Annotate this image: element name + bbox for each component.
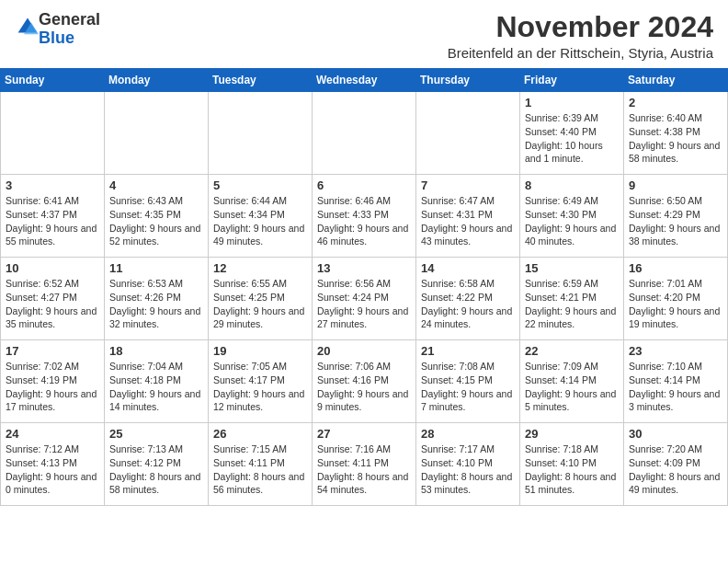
logo-general: General [39, 10, 100, 29]
day-number: 15 [525, 261, 619, 275]
calendar-cell: 20Sunrise: 7:06 AM Sunset: 4:16 PM Dayli… [313, 340, 416, 423]
calendar-cell: 2Sunrise: 6:40 AM Sunset: 4:38 PM Daylig… [624, 92, 728, 175]
day-info: Sunrise: 6:39 AM Sunset: 4:40 PM Dayligh… [525, 111, 619, 166]
day-number: 24 [6, 427, 99, 441]
day-info: Sunrise: 7:15 AM Sunset: 4:11 PM Dayligh… [213, 442, 307, 497]
day-info: Sunrise: 7:01 AM Sunset: 4:20 PM Dayligh… [629, 277, 722, 331]
day-number: 29 [525, 427, 619, 441]
weekday-header-sunday: Sunday [1, 69, 105, 92]
calendar-cell: 3Sunrise: 6:41 AM Sunset: 4:37 PM Daylig… [1, 175, 105, 258]
calendar-cell: 5Sunrise: 6:44 AM Sunset: 4:34 PM Daylig… [209, 175, 313, 258]
calendar-cell: 11Sunrise: 6:53 AM Sunset: 4:26 PM Dayli… [105, 258, 209, 340]
calendar-cell: 30Sunrise: 7:20 AM Sunset: 4:09 PM Dayli… [624, 423, 728, 506]
title-block: November 2024 Breitenfeld an der Rittsch… [448, 11, 713, 61]
day-number: 23 [629, 344, 722, 358]
day-info: Sunrise: 6:40 AM Sunset: 4:38 PM Dayligh… [629, 111, 722, 166]
calendar-cell: 24Sunrise: 7:12 AM Sunset: 4:13 PM Dayli… [1, 423, 105, 506]
calendar-cell: 12Sunrise: 6:55 AM Sunset: 4:25 PM Dayli… [209, 258, 313, 340]
day-info: Sunrise: 6:53 AM Sunset: 4:26 PM Dayligh… [109, 277, 203, 331]
calendar-cell: 29Sunrise: 7:18 AM Sunset: 4:10 PM Dayli… [520, 423, 624, 506]
calendar-cell: 19Sunrise: 7:05 AM Sunset: 4:17 PM Dayli… [209, 340, 313, 423]
day-info: Sunrise: 7:17 AM Sunset: 4:10 PM Dayligh… [421, 442, 515, 497]
day-number: 4 [109, 178, 203, 192]
day-info: Sunrise: 6:49 AM Sunset: 4:30 PM Dayligh… [525, 194, 619, 248]
day-info: Sunrise: 6:43 AM Sunset: 4:35 PM Dayligh… [109, 194, 203, 248]
calendar-cell: 21Sunrise: 7:08 AM Sunset: 4:15 PM Dayli… [416, 340, 520, 423]
weekday-header-saturday: Saturday [624, 69, 728, 92]
logo-blue: Blue [39, 29, 74, 47]
page-header: General Blue November 2024 Breitenfeld a… [0, 0, 728, 68]
calendar-cell: 4Sunrise: 6:43 AM Sunset: 4:35 PM Daylig… [105, 175, 209, 258]
calendar-cell: 23Sunrise: 7:10 AM Sunset: 4:14 PM Dayli… [624, 340, 728, 423]
calendar-table: SundayMondayTuesdayWednesdayThursdayFrid… [0, 68, 728, 506]
day-number: 28 [421, 427, 515, 441]
day-number: 26 [213, 427, 307, 441]
weekday-header-tuesday: Tuesday [209, 69, 313, 92]
week-row-2: 3Sunrise: 6:41 AM Sunset: 4:37 PM Daylig… [1, 175, 728, 258]
calendar-cell: 14Sunrise: 6:58 AM Sunset: 4:22 PM Dayli… [416, 258, 520, 340]
calendar-cell [105, 92, 209, 175]
day-number: 14 [421, 261, 515, 275]
calendar-cell: 1Sunrise: 6:39 AM Sunset: 4:40 PM Daylig… [520, 92, 624, 175]
week-row-5: 24Sunrise: 7:12 AM Sunset: 4:13 PM Dayli… [1, 423, 728, 506]
calendar-cell: 27Sunrise: 7:16 AM Sunset: 4:11 PM Dayli… [313, 423, 416, 506]
calendar-cell [209, 92, 313, 175]
logo: General Blue [15, 11, 100, 48]
day-info: Sunrise: 6:44 AM Sunset: 4:34 PM Dayligh… [213, 194, 307, 248]
calendar-cell: 25Sunrise: 7:13 AM Sunset: 4:12 PM Dayli… [105, 423, 209, 506]
week-row-1: 1Sunrise: 6:39 AM Sunset: 4:40 PM Daylig… [1, 92, 728, 175]
day-info: Sunrise: 6:58 AM Sunset: 4:22 PM Dayligh… [421, 277, 515, 331]
day-info: Sunrise: 6:46 AM Sunset: 4:33 PM Dayligh… [317, 194, 411, 248]
calendar-cell: 17Sunrise: 7:02 AM Sunset: 4:19 PM Dayli… [1, 340, 105, 423]
day-number: 8 [525, 178, 619, 192]
day-info: Sunrise: 7:16 AM Sunset: 4:11 PM Dayligh… [317, 442, 411, 497]
calendar-cell: 10Sunrise: 6:52 AM Sunset: 4:27 PM Dayli… [1, 258, 105, 340]
day-number: 5 [213, 178, 307, 192]
day-info: Sunrise: 6:55 AM Sunset: 4:25 PM Dayligh… [213, 277, 307, 331]
day-number: 2 [629, 96, 722, 109]
location: Breitenfeld an der Rittschein, Styria, A… [448, 45, 713, 61]
day-info: Sunrise: 7:09 AM Sunset: 4:14 PM Dayligh… [525, 360, 619, 414]
day-number: 17 [6, 344, 99, 358]
calendar-cell: 26Sunrise: 7:15 AM Sunset: 4:11 PM Dayli… [209, 423, 313, 506]
day-info: Sunrise: 7:18 AM Sunset: 4:10 PM Dayligh… [525, 442, 619, 497]
calendar-cell: 16Sunrise: 7:01 AM Sunset: 4:20 PM Dayli… [624, 258, 728, 340]
calendar-cell: 7Sunrise: 6:47 AM Sunset: 4:31 PM Daylig… [416, 175, 520, 258]
weekday-header-wednesday: Wednesday [313, 69, 416, 92]
day-number: 22 [525, 344, 619, 358]
day-number: 21 [421, 344, 515, 358]
day-number: 16 [629, 261, 722, 275]
calendar-cell [1, 92, 105, 175]
week-row-3: 10Sunrise: 6:52 AM Sunset: 4:27 PM Dayli… [1, 258, 728, 340]
day-number: 6 [317, 178, 411, 192]
day-number: 18 [109, 344, 203, 358]
calendar-cell: 9Sunrise: 6:50 AM Sunset: 4:29 PM Daylig… [624, 175, 728, 258]
day-number: 12 [213, 261, 307, 275]
day-info: Sunrise: 7:06 AM Sunset: 4:16 PM Dayligh… [317, 360, 411, 414]
calendar-cell [313, 92, 416, 175]
week-row-4: 17Sunrise: 7:02 AM Sunset: 4:19 PM Dayli… [1, 340, 728, 423]
day-number: 20 [317, 344, 411, 358]
calendar-cell: 13Sunrise: 6:56 AM Sunset: 4:24 PM Dayli… [313, 258, 416, 340]
day-info: Sunrise: 6:52 AM Sunset: 4:27 PM Dayligh… [6, 277, 99, 331]
day-number: 10 [6, 261, 99, 275]
day-number: 7 [421, 178, 515, 192]
day-info: Sunrise: 7:20 AM Sunset: 4:09 PM Dayligh… [629, 442, 722, 497]
day-info: Sunrise: 6:56 AM Sunset: 4:24 PM Dayligh… [317, 277, 411, 331]
day-number: 1 [525, 96, 619, 109]
day-info: Sunrise: 7:10 AM Sunset: 4:14 PM Dayligh… [629, 360, 722, 414]
weekday-header-thursday: Thursday [416, 69, 520, 92]
calendar-cell: 28Sunrise: 7:17 AM Sunset: 4:10 PM Dayli… [416, 423, 520, 506]
weekday-header-row: SundayMondayTuesdayWednesdayThursdayFrid… [1, 69, 728, 92]
calendar-cell: 18Sunrise: 7:04 AM Sunset: 4:18 PM Dayli… [105, 340, 209, 423]
weekday-header-monday: Monday [105, 69, 209, 92]
calendar-cell: 6Sunrise: 6:46 AM Sunset: 4:33 PM Daylig… [313, 175, 416, 258]
calendar-cell: 15Sunrise: 6:59 AM Sunset: 4:21 PM Dayli… [520, 258, 624, 340]
calendar-cell [416, 92, 520, 175]
day-number: 25 [109, 427, 203, 441]
day-info: Sunrise: 6:50 AM Sunset: 4:29 PM Dayligh… [629, 194, 722, 248]
day-info: Sunrise: 6:41 AM Sunset: 4:37 PM Dayligh… [6, 194, 99, 248]
day-info: Sunrise: 7:05 AM Sunset: 4:17 PM Dayligh… [213, 360, 307, 414]
day-number: 11 [109, 261, 203, 275]
day-info: Sunrise: 7:04 AM Sunset: 4:18 PM Dayligh… [109, 360, 203, 414]
